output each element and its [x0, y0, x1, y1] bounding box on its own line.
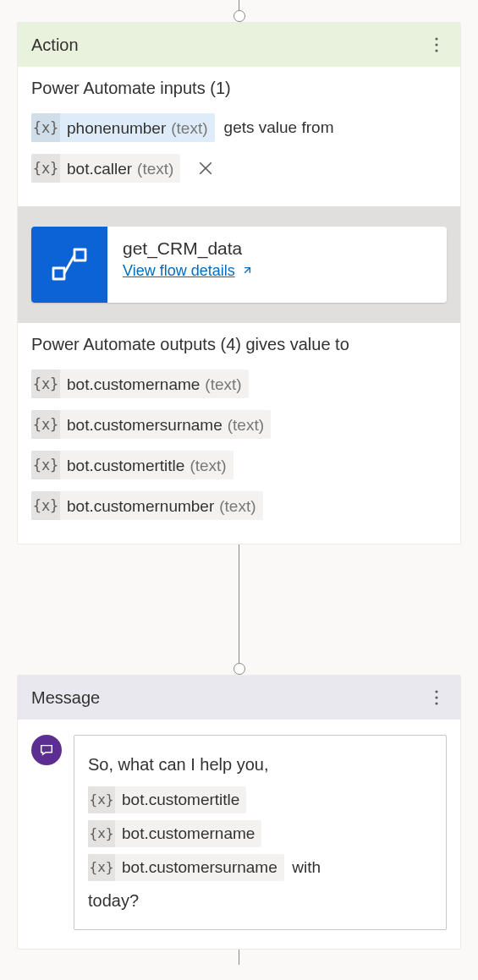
variable-icon: {x}	[88, 854, 115, 881]
svg-point-10	[435, 702, 437, 704]
message-card: Message So, what can I help you, {x} bot…	[17, 675, 461, 950]
token-name: bot.customersurname	[122, 856, 277, 879]
flow-area: get_CRM_data View flow details	[18, 206, 460, 323]
variable-icon: {x}	[88, 786, 115, 813]
flow-icon	[31, 227, 107, 303]
output-token-customername[interactable]: {x} bot.customername (text)	[31, 370, 249, 398]
inputs-label: Power Automate inputs (1)	[31, 79, 447, 98]
token-type: (text)	[228, 417, 264, 433]
variable-icon: {x}	[31, 370, 60, 398]
message-text-after: today?	[88, 891, 139, 910]
token-type: (text)	[137, 161, 173, 177]
token-type: (text)	[171, 120, 207, 136]
token-name: bot.customertitle	[67, 454, 184, 477]
svg-line-7	[64, 255, 74, 273]
gets-value-from-text: gets value from	[224, 118, 334, 136]
variable-icon: {x}	[88, 820, 115, 847]
message-with-text: with	[292, 858, 321, 876]
output-token-customersurname[interactable]: {x} bot.customersurname (text)	[31, 410, 271, 439]
token-name: bot.caller	[67, 157, 132, 180]
token-name: bot.customertitle	[122, 788, 239, 811]
variable-icon: {x}	[31, 451, 60, 479]
flow-link-label: View flow details	[123, 262, 235, 280]
token-name: bot.customernumber	[67, 495, 214, 517]
svg-rect-5	[53, 268, 64, 279]
message-icon	[31, 735, 62, 765]
inputs-section: Power Automate inputs (1) {x} phonenumbe…	[18, 67, 460, 206]
close-icon[interactable]	[198, 161, 213, 176]
svg-point-8	[435, 690, 437, 693]
svg-point-0	[435, 37, 437, 40]
mid-connector	[17, 545, 461, 675]
flow-name: get_CRM_data	[123, 238, 252, 259]
variable-icon: {x}	[31, 410, 60, 439]
token-type: (text)	[219, 498, 255, 514]
token-name: phonenumber	[67, 117, 166, 140]
msg-token-customername[interactable]: {x} bot.customername	[88, 820, 261, 847]
message-title: Message	[31, 688, 100, 708]
action-card: Action Power Automate inputs (1) {x} pho…	[17, 22, 461, 545]
svg-point-9	[435, 696, 437, 698]
message-header[interactable]: Message	[18, 676, 460, 720]
more-icon[interactable]	[426, 684, 447, 711]
svg-point-2	[435, 49, 437, 52]
variable-icon: {x}	[31, 491, 60, 520]
more-icon[interactable]	[426, 31, 447, 58]
message-editor[interactable]: So, what can I help you, {x} bot.custome…	[74, 735, 447, 930]
top-connector	[17, 0, 461, 22]
variable-icon: {x}	[31, 154, 60, 183]
message-text-before: So, what can I help you,	[88, 755, 268, 774]
source-token-bot-caller[interactable]: {x} bot.caller (text)	[31, 154, 180, 183]
svg-point-1	[435, 43, 437, 46]
input-token-phonenumber[interactable]: {x} phonenumber (text)	[31, 113, 215, 142]
token-name: bot.customername	[122, 822, 255, 845]
outputs-section: Power Automate outputs (4) gives value t…	[18, 323, 460, 544]
token-type: (text)	[190, 457, 226, 474]
output-token-customernumber[interactable]: {x} bot.customernumber (text)	[31, 491, 263, 520]
token-name: bot.customername	[67, 373, 200, 396]
msg-token-customersurname[interactable]: {x} bot.customersurname	[88, 854, 284, 881]
msg-token-customertitle[interactable]: {x} bot.customertitle	[88, 786, 246, 813]
action-title: Action	[31, 36, 79, 55]
action-header[interactable]: Action	[18, 23, 460, 67]
variable-icon: {x}	[31, 113, 60, 142]
outputs-label: Power Automate outputs (4) gives value t…	[31, 335, 447, 354]
token-type: (text)	[205, 376, 241, 392]
bottom-connector	[17, 950, 461, 965]
output-token-customertitle[interactable]: {x} bot.customertitle (text)	[31, 451, 234, 479]
token-name: bot.customersurname	[67, 413, 223, 436]
flow-card[interactable]: get_CRM_data View flow details	[31, 227, 447, 303]
svg-rect-6	[74, 249, 85, 260]
view-flow-details-link[interactable]: View flow details	[123, 262, 252, 280]
